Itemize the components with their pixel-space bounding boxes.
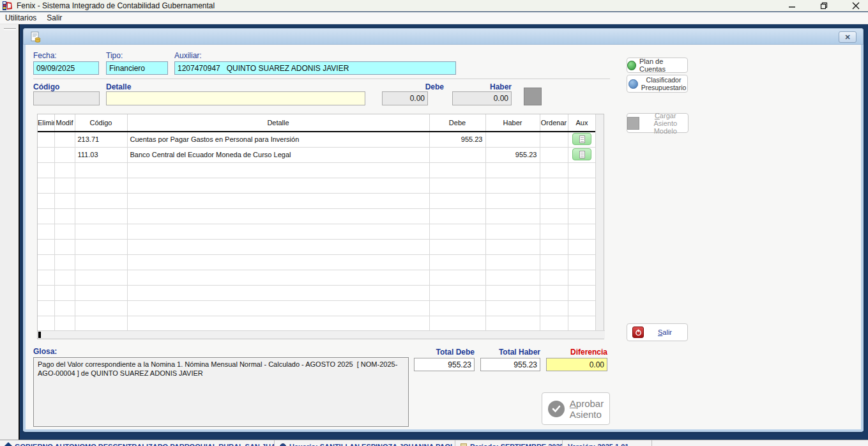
header-aux[interactable]: Aux <box>568 114 596 132</box>
header-haber[interactable]: Haber <box>485 114 540 132</box>
cell-modif[interactable] <box>54 147 75 162</box>
cargar-asiento-modelo-button[interactable]: Cargar AsientoModelo <box>627 113 689 133</box>
table-row-empty[interactable] <box>38 254 596 270</box>
header-codigo[interactable]: Código <box>75 114 127 132</box>
menu-utilitarios[interactable]: Utilitarios <box>0 12 42 24</box>
codigo-entry-label: Código <box>33 82 59 91</box>
child-window-titlebar: ✕ <box>23 28 864 45</box>
document-coins-icon <box>30 31 42 45</box>
aprobar-asiento-button[interactable]: AprobarAsiento <box>542 392 610 425</box>
clasificador-presupuestario-button[interactable]: ClasificadorPresupuestario <box>627 75 688 93</box>
menu-salir[interactable]: Salir <box>42 12 67 24</box>
aux-detail-button[interactable] <box>572 148 591 160</box>
cell-debe: 955.23 <box>429 132 485 147</box>
total-debe-label: Total Debe <box>411 348 475 357</box>
aux-detail-button[interactable] <box>572 133 591 145</box>
table-row[interactable]: 111.03 Banco Central del Ecuador Moneda … <box>38 147 596 162</box>
header-modif[interactable]: Modif <box>54 114 75 132</box>
document-icon <box>579 151 585 158</box>
table-row-empty[interactable] <box>38 162 596 178</box>
entry-action-button[interactable] <box>524 88 542 105</box>
separator-line <box>33 79 610 80</box>
window-controls <box>785 0 863 12</box>
cell-haber: 955.23 <box>485 147 540 162</box>
auxiliar-input[interactable]: 1207470947 QUINTO SUAREZ ADONIS JAVIER <box>174 61 456 75</box>
cell-ordenar[interactable] <box>540 147 568 162</box>
restore-button[interactable] <box>817 1 831 11</box>
table-row-empty[interactable] <box>38 285 596 300</box>
debe-entry-input[interactable]: 0.00 <box>382 91 428 105</box>
table-row-empty[interactable] <box>38 193 596 208</box>
menu-bar: Utilitarios Salir <box>0 12 868 24</box>
app-window: Fenix - Sistema Integrado de Contabilida… <box>0 0 868 446</box>
total-haber-field: 955.23 <box>480 358 540 371</box>
cell-elimin[interactable] <box>38 147 54 162</box>
detalle-entry-input[interactable] <box>106 91 365 105</box>
codigo-entry-input[interactable] <box>33 91 100 105</box>
plan-de-cuentas-label: Plan de Cuentas <box>639 58 687 73</box>
table-row[interactable]: 213.71 Cuentas por Pagar Gastos en Perso… <box>38 132 596 147</box>
table-header-row: Elimin Modif Código Detalle Debe Haber O… <box>38 114 596 132</box>
cell-detalle: Banco Central del Ecuador Moneda de Curs… <box>127 147 429 162</box>
diferencia-value: 0.00 <box>590 360 604 369</box>
glosa-label: Glosa: <box>33 347 57 356</box>
user-icon <box>280 443 286 446</box>
cell-aux <box>568 132 596 147</box>
fecha-input[interactable]: 09/09/2025 <box>33 61 99 75</box>
document-icon <box>579 135 585 143</box>
table-row-empty[interactable] <box>38 316 596 331</box>
collapsed-side-panel[interactable] <box>0 24 20 440</box>
window-titlebar: Fenix - Sistema Integrado de Contabilida… <box>0 0 868 12</box>
cell-detalle: Cuentas por Pagar Gastos en Personal par… <box>127 132 429 147</box>
glosa-textarea[interactable]: Pago del Valor correspondiente a la Nomi… <box>33 357 409 427</box>
table-row-empty[interactable] <box>38 178 596 193</box>
salir-button[interactable]: Salir <box>627 323 688 341</box>
table-body: 213.71 Cuentas por Pagar Gastos en Perso… <box>38 132 596 331</box>
auxiliar-value: 1207470947 QUINTO SUAREZ ADONIS JAVIER <box>178 64 349 73</box>
calendar-icon <box>461 443 467 446</box>
status-entity-panel: GOBIERNO AUTONOMO DESCENTRALIZADO PARROQ… <box>0 440 275 446</box>
blue-sphere-icon <box>628 79 638 89</box>
salir-label: Salir <box>658 328 672 336</box>
fecha-label: Fecha: <box>33 51 57 60</box>
aprobar-label: AprobarAsiento <box>570 398 604 420</box>
clasificador-label: ClasificadorPresupuestario <box>641 76 687 91</box>
cell-ordenar[interactable] <box>540 132 568 147</box>
green-sphere-icon <box>627 61 636 70</box>
total-haber-value: 955.23 <box>514 360 537 369</box>
header-ordenar[interactable]: Ordenar <box>540 114 568 132</box>
cell-codigo: 111.03 <box>75 147 127 162</box>
user-text: Usuario: SANTILLAN ESPINOZA JOHANNA PAOL… <box>289 443 455 446</box>
haber-entry-value: 0.00 <box>494 94 508 103</box>
status-bar: GOBIERNO AUTONOMO DESCENTRALIZADO PARROQ… <box>0 440 868 446</box>
gray-square-icon <box>627 117 639 130</box>
cell-modif[interactable] <box>54 132 75 147</box>
horizontal-scrollbar[interactable] <box>38 330 605 339</box>
minimize-button[interactable] <box>785 1 799 11</box>
debe-entry-value: 0.00 <box>410 94 425 103</box>
header-detalle[interactable]: Detalle <box>127 114 429 132</box>
panel-grip-handle[interactable] <box>4 28 16 30</box>
vertical-scrollbar[interactable] <box>595 114 604 331</box>
entity-text: GOBIERNO AUTONOMO DESCENTRALIZADO PARROQ… <box>15 443 275 446</box>
header-debe[interactable]: Debe <box>429 114 485 132</box>
child-close-button[interactable]: ✕ <box>839 31 857 43</box>
haber-entry-input[interactable]: 0.00 <box>452 91 512 105</box>
period-text: Periodo: SEPTIEMBRE 2025 <box>470 443 563 446</box>
cell-elimin[interactable] <box>38 132 54 147</box>
plan-de-cuentas-button[interactable]: Plan de Cuentas <box>627 58 688 73</box>
table-row-empty[interactable] <box>38 224 596 239</box>
power-icon <box>632 327 644 338</box>
table-row-empty[interactable] <box>38 239 596 254</box>
header-elimin[interactable]: Elimin <box>38 114 54 132</box>
cell-aux <box>568 147 596 162</box>
table-row-empty[interactable] <box>38 208 596 224</box>
tipo-value: Financiero <box>109 64 145 73</box>
auxiliar-label: Auxiliar: <box>174 51 202 60</box>
table-row-empty[interactable] <box>38 270 596 285</box>
asiento-grid: Elimin Modif Código Detalle Debe Haber O… <box>37 114 604 339</box>
status-version-panel: Versión: 2025.1.01 <box>563 440 652 446</box>
close-button[interactable] <box>849 1 863 11</box>
tipo-input[interactable]: Financiero <box>106 61 168 75</box>
table-row-empty[interactable] <box>38 300 596 316</box>
